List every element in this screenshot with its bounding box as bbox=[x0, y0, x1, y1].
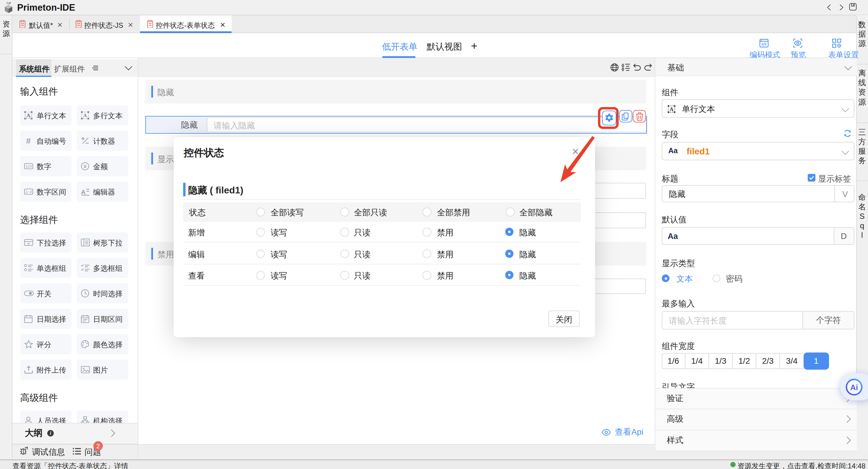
svg-text:¥: ¥ bbox=[83, 164, 87, 170]
svg-text:A: A bbox=[670, 106, 674, 112]
svg-text:123: 123 bbox=[25, 164, 32, 169]
svg-text:#: # bbox=[26, 137, 31, 145]
svg-text:Ai: Ai bbox=[850, 383, 858, 392]
svg-text:A: A bbox=[83, 113, 87, 118]
svg-text:1~3: 1~3 bbox=[25, 189, 32, 194]
svg-text:A: A bbox=[81, 188, 85, 196]
svg-text:A: A bbox=[26, 112, 30, 119]
svg-text:i: i bbox=[50, 430, 52, 435]
